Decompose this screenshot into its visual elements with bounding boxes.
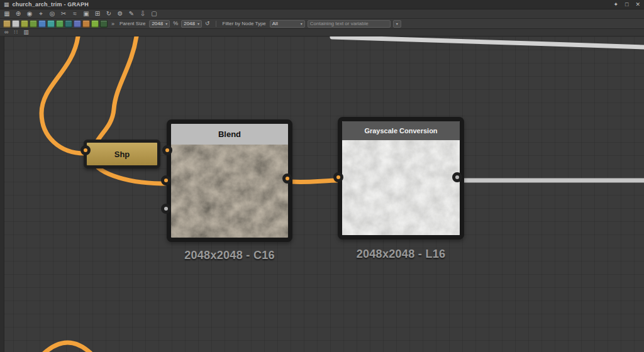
graph-canvas[interactable]: Shp Blend Grayscale Conversion — [0, 36, 644, 352]
parent-size-label: Parent Size — [119, 21, 145, 26]
filter-toolbar: » Parent Size 2048 ▾ % 2048 ▾ ↺ Filter b… — [0, 19, 644, 29]
wire-input-a[interactable] — [42, 36, 84, 153]
app-icon: ▦ — [4, 2, 9, 8]
node-blend-size-label: 2048x2048 - C16 — [154, 249, 305, 262]
cut-links-icon[interactable]: ✂ — [60, 11, 67, 17]
zoom-icon[interactable]: ◎ — [48, 11, 56, 17]
blend-preview-texture — [171, 145, 288, 238]
canvas-left-edge — [0, 36, 4, 352]
chevron-down-icon: ▾ — [197, 21, 199, 26]
reset-size-button[interactable]: ↺ — [205, 21, 210, 26]
compact-view-icon[interactable]: ▣ — [82, 11, 90, 17]
chevron-down-icon: ▾ — [165, 21, 167, 26]
reroute-links-icon[interactable]: ≈ — [71, 11, 79, 17]
parent-size-value: 2048 — [152, 21, 163, 26]
wire-layer — [0, 36, 644, 352]
main-toolbar: ▦⊕◉⌖◎✂≈▣⊞↻⚙✎⇩▢ — [0, 9, 644, 19]
expand-view-icon[interactable]: ⊞ — [94, 11, 101, 17]
blend-output-dot[interactable] — [282, 173, 292, 184]
wire-blend-to-grayscale[interactable] — [291, 180, 340, 182]
output-size-select[interactable]: 2048 ▾ — [181, 20, 202, 28]
percent-toggle[interactable]: % — [173, 21, 178, 26]
node-filter-swatches — [3, 20, 108, 28]
screenshot-icon[interactable]: ◉ — [26, 11, 33, 17]
usage-diffuse-icon[interactable] — [3, 20, 11, 28]
node-blend[interactable]: Blend — [167, 119, 292, 242]
node-grayscale-title: Grayscale Conversion — [364, 127, 437, 135]
node-shape[interactable]: Shp — [84, 140, 160, 168]
blend-input-dot-3[interactable] — [161, 204, 171, 214]
app-window: ▦ church_arch_trim - GRAPH ✦ □ ✕ ▦⊕◉⌖◎✂≈… — [0, 0, 644, 352]
usage-opacity-icon[interactable] — [82, 20, 90, 28]
output-size-value: 2048 — [184, 21, 195, 26]
node-shape-label: Shp — [114, 150, 130, 159]
window-title: church_arch_trim - GRAPH — [13, 1, 89, 8]
node-grayscale-header: Grayscale Conversion — [342, 121, 460, 140]
overflow-chevron-icon[interactable]: » — [111, 21, 114, 27]
usage-height-icon[interactable] — [38, 20, 46, 28]
refresh-graph-icon[interactable]: ↻ — [105, 11, 113, 17]
usage-ao-icon[interactable] — [65, 20, 72, 28]
node-grayscale-preview — [342, 140, 460, 235]
node-blend-title: Blend — [218, 129, 241, 139]
wire-top-right[interactable] — [332, 37, 644, 47]
move-tool-icon[interactable]: ⊕ — [14, 11, 22, 17]
usage-glossiness-icon[interactable] — [100, 20, 108, 28]
align-nodes-icon[interactable]: ▥ — [23, 30, 29, 35]
node-blend-header: Blend — [171, 124, 288, 145]
instance-link-icon[interactable]: ∞ — [4, 30, 8, 35]
usage-normal-icon[interactable] — [30, 20, 37, 28]
grid-snap-icon[interactable]: ∷ — [14, 30, 18, 35]
usage-grayscale-icon[interactable] — [12, 20, 19, 28]
grayscale-output-dot[interactable] — [452, 172, 462, 182]
node-grayscale-conversion[interactable]: Grayscale Conversion — [338, 117, 464, 239]
usage-emissive-icon[interactable] — [74, 20, 81, 28]
search-input[interactable] — [308, 20, 391, 28]
chevron-down-icon: ▾ — [396, 21, 398, 26]
search-options-select[interactable]: ▾ — [393, 20, 401, 28]
usage-specular-icon[interactable] — [91, 20, 99, 28]
blend-input-dot-1[interactable] — [162, 145, 172, 155]
link-toolbar: ∞∷▥ — [0, 29, 644, 36]
parent-size-select[interactable]: 2048 ▾ — [149, 20, 170, 28]
window-controls: ✦ □ ✕ — [613, 2, 640, 8]
export-icon[interactable]: ⇩ — [139, 11, 147, 17]
frame-graph-icon[interactable]: ▦ — [3, 11, 11, 17]
shape-input-dot[interactable] — [80, 145, 91, 155]
node-blend-preview — [171, 145, 288, 238]
node-grayscale-size-label: 2048x2048 - L16 — [325, 248, 477, 261]
toolbar-divider — [216, 21, 216, 27]
usage-metallic-icon[interactable] — [56, 20, 64, 28]
chevron-down-icon: ▾ — [301, 21, 303, 26]
titlebar: ▦ church_arch_trim - GRAPH ✦ □ ✕ — [0, 0, 644, 9]
maximize-button[interactable]: □ — [625, 2, 628, 8]
grayscale-input-dot[interactable] — [333, 172, 343, 182]
node-type-select[interactable]: All ▾ — [270, 20, 305, 28]
focus-target-icon[interactable]: ⌖ — [37, 11, 45, 17]
pin-button[interactable]: ✦ — [613, 2, 618, 8]
edit-icon[interactable]: ✎ — [128, 11, 135, 17]
frame-all-icon[interactable]: ▢ — [150, 11, 158, 17]
close-button[interactable]: ✕ — [635, 2, 640, 8]
wire-bottom-left[interactable] — [39, 343, 96, 352]
usage-basecolor-icon[interactable] — [21, 20, 28, 28]
usage-roughness-icon[interactable] — [47, 20, 55, 28]
blend-input-dot-2[interactable] — [161, 175, 171, 185]
settings-icon[interactable]: ⚙ — [116, 11, 124, 17]
node-type-filter-label: Filter by Node Type — [223, 21, 266, 26]
grayscale-preview-texture — [342, 140, 460, 235]
node-type-value: All — [272, 21, 278, 26]
